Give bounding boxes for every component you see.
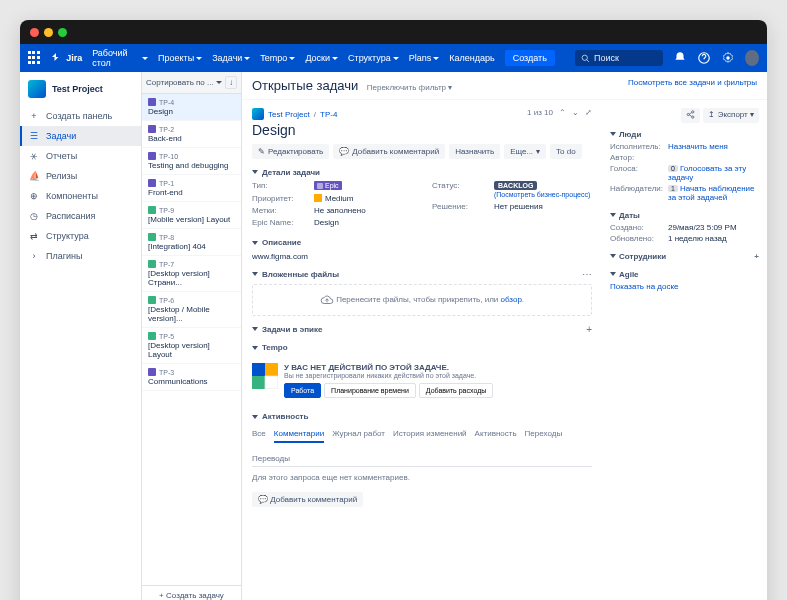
epic-issues-heading[interactable]: Задачи в эпике+ <box>252 324 592 335</box>
help-icon[interactable] <box>697 50 711 66</box>
collaborators-heading[interactable]: Сотрудники+ <box>610 251 759 261</box>
todo-button[interactable]: To do <box>550 144 582 159</box>
assign-button[interactable]: Назначить <box>449 144 500 159</box>
dates-heading[interactable]: Даты <box>610 210 759 220</box>
export-button[interactable]: ↥ Экспорт ▾ <box>703 108 759 123</box>
reports-icon: ⚹ <box>28 150 40 162</box>
people-heading[interactable]: Люди <box>610 129 759 139</box>
add-collaborator[interactable]: + <box>754 252 759 261</box>
svg-point-0 <box>582 55 587 60</box>
nav-boards[interactable]: Доски <box>305 53 338 63</box>
issue-TP-1[interactable]: TP-1Front-end <box>142 175 241 202</box>
story-icon <box>148 206 156 214</box>
nav-plans[interactable]: Plans <box>409 53 440 63</box>
status-badge: BACKLOG <box>494 181 537 190</box>
project-icon <box>28 80 46 98</box>
sort-dropdown[interactable]: Сортировать по ...↓ <box>142 72 241 94</box>
tab-history[interactable]: История изменений <box>393 426 467 443</box>
sidebar-schedules[interactable]: ◷Расписания <box>20 206 141 226</box>
more-button[interactable]: Еще...▾ <box>504 144 546 159</box>
tempo-plan-tab[interactable]: Планирование времени <box>324 383 416 398</box>
issue-TP-8[interactable]: TP-8[Integration] 404 <box>142 229 241 256</box>
pager-prev[interactable]: ⌃ <box>559 108 566 117</box>
issue-TP-4[interactable]: TP-4Design <box>142 94 241 121</box>
breadcrumb-project[interactable]: Test Project <box>268 110 310 119</box>
create-panel[interactable]: +Создать панель <box>20 106 141 126</box>
share-button[interactable] <box>681 108 700 123</box>
search-input[interactable]: Поиск <box>575 50 663 66</box>
nav-projects[interactable]: Проекты <box>158 53 202 63</box>
issue-TP-7[interactable]: TP-7[Desktop version] Страни... <box>142 256 241 292</box>
issue-TP-5[interactable]: TP-5[Desktop version] Layout <box>142 328 241 364</box>
maximize-window[interactable] <box>58 28 67 37</box>
view-workflow-link[interactable]: (Посмотреть бизнес-процесс) <box>494 191 590 198</box>
attachments-heading[interactable]: Вложенные файлы⋯ <box>252 269 592 280</box>
create-issue-link[interactable]: + Создать задачу <box>142 585 241 600</box>
create-button[interactable]: Создать <box>505 50 555 66</box>
tab-translations[interactable]: Переводы <box>252 451 290 466</box>
tempo-msg1: У ВАС НЕТ ДЕЙСТВИЙ ПО ЭТОЙ ЗАДАЧЕ. <box>284 363 493 372</box>
settings-icon[interactable] <box>721 50 735 66</box>
updated-value: 1 неделю назад <box>668 234 759 243</box>
nav-issues[interactable]: Задачи <box>212 53 250 63</box>
browse-link[interactable]: обзор <box>501 295 522 304</box>
type-label: Тип: <box>252 181 314 191</box>
agile-heading[interactable]: Agile <box>610 269 759 279</box>
tab-comments[interactable]: Комментарии <box>274 426 324 443</box>
nav-workspace[interactable]: Рабочий стол <box>92 48 148 68</box>
activity-heading[interactable]: Активность <box>252 412 592 422</box>
comment-icon: 💬 <box>258 495 268 504</box>
sidebar-releases[interactable]: ⛵Релизы <box>20 166 141 186</box>
close-window[interactable] <box>30 28 39 37</box>
add-epic-issue[interactable]: + <box>586 324 592 335</box>
sidebar-reports[interactable]: ⚹Отчеты <box>20 146 141 166</box>
tab-activity[interactable]: Активность <box>475 426 517 443</box>
sidebar-issues[interactable]: ☰Задачи <box>20 126 141 146</box>
watch-link[interactable]: Начать наблюдение за этой задачей <box>668 184 755 202</box>
nav-structure[interactable]: Структура <box>348 53 399 63</box>
issue-TP-6[interactable]: TP-6[Desktop / Mobile version]... <box>142 292 241 328</box>
issue-TP-3[interactable]: TP-3Communications <box>142 364 241 391</box>
pager-next[interactable]: ⌄ <box>572 108 579 117</box>
notifications-icon[interactable] <box>673 50 687 66</box>
view-all-link[interactable]: Посмотреть все задачи и фильтры <box>628 78 757 87</box>
issue-TP-9[interactable]: TP-9[Mobile version] Layout <box>142 202 241 229</box>
attachments-menu[interactable]: ⋯ <box>582 269 592 280</box>
description-heading[interactable]: Описание <box>252 238 592 248</box>
tempo-expenses-tab[interactable]: Добавить расходы <box>419 383 493 398</box>
tempo-heading[interactable]: Tempo <box>252 343 592 353</box>
issue-TP-10[interactable]: TP-10Testing and debugging <box>142 148 241 175</box>
nav-tempo[interactable]: Tempo <box>260 53 295 63</box>
expand-icon[interactable]: ⤢ <box>585 108 592 117</box>
vote-link[interactable]: Голосовать за эту задачу <box>668 164 746 182</box>
add-comment-button[interactable]: 💬 Добавить комментарий <box>252 492 363 507</box>
sidebar-structure[interactable]: ⇄Структура <box>20 226 141 246</box>
upload-area[interactable]: Перенесите файлы, чтобы прикрепить, или … <box>252 284 592 316</box>
tab-all[interactable]: Все <box>252 426 266 443</box>
issues-icon: ☰ <box>28 130 40 142</box>
sidebar-components[interactable]: ⊕Компоненты <box>20 186 141 206</box>
edit-button[interactable]: ✎Редактировать <box>252 144 329 159</box>
jira-logo[interactable]: Jira <box>50 52 82 64</box>
user-avatar[interactable] <box>745 50 759 66</box>
show-on-board-link[interactable]: Показать на доске <box>610 282 678 291</box>
nav-calendar[interactable]: Календарь <box>449 53 494 63</box>
story-icon <box>148 296 156 304</box>
breadcrumb-key[interactable]: TP-4 <box>320 110 337 119</box>
labels-label: Метки: <box>252 206 314 215</box>
tab-transitions[interactable]: Переходы <box>525 426 563 443</box>
app-switcher-icon[interactable] <box>28 51 40 65</box>
collapse-sidebar[interactable]: « <box>20 590 141 600</box>
tempo-work-tab[interactable]: Работа <box>284 383 321 398</box>
comment-button[interactable]: 💬Добавить комментарий <box>333 144 445 159</box>
details-heading[interactable]: Детали задачи <box>252 167 592 177</box>
issue-TP-2[interactable]: TP-2Back-end <box>142 121 241 148</box>
sidebar-plugins[interactable]: ›Плагины <box>20 246 141 266</box>
tab-worklog[interactable]: Журнал работ <box>332 426 385 443</box>
switch-filter[interactable]: Переключить фильтр ▾ <box>367 83 452 92</box>
assign-me-link[interactable]: Назначить меня <box>668 142 728 151</box>
story-icon <box>148 260 156 268</box>
minimize-window[interactable] <box>44 28 53 37</box>
project-header[interactable]: Test Project <box>20 72 141 106</box>
sort-direction[interactable]: ↓ <box>225 76 237 89</box>
